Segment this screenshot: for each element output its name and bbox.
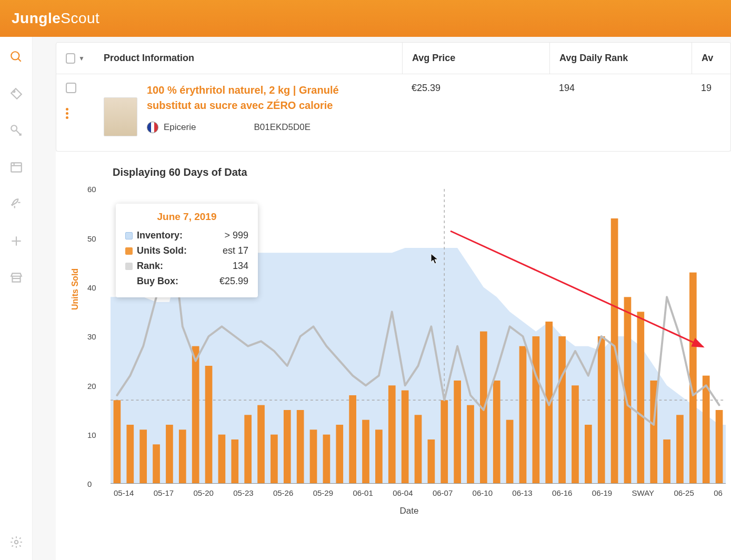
svg-rect-22 — [231, 439, 238, 484]
tooltip-buybox-label: Buy Box: — [137, 276, 178, 287]
legend-swatch-units — [125, 247, 133, 255]
svg-rect-56 — [676, 415, 684, 484]
svg-rect-13 — [114, 400, 121, 484]
svg-rect-32 — [362, 420, 369, 484]
product-table: ▼ Product Information Avg Price Avg Dail… — [56, 42, 731, 152]
gear-icon[interactable] — [9, 535, 24, 549]
x-tick: 06-10 — [473, 488, 493, 497]
y-tick: 50 — [87, 234, 96, 243]
x-axis-ticks: 05-1405-1705-2005-2305-2605-2906-0106-04… — [111, 488, 726, 497]
tooltip-rank-label: Rank: — [137, 261, 163, 272]
x-tick: 06-19 — [592, 488, 612, 497]
svg-rect-24 — [257, 405, 265, 484]
svg-rect-57 — [689, 273, 697, 484]
row-actions-icon[interactable] — [66, 108, 68, 119]
brand-word-1: Jungle — [12, 10, 61, 26]
svg-rect-25 — [271, 435, 278, 484]
svg-rect-21 — [218, 435, 226, 484]
store-icon[interactable] — [9, 271, 24, 285]
book-icon[interactable] — [9, 160, 24, 175]
x-tick: 06-25 — [674, 488, 694, 497]
table-header-row: ▼ Product Information Avg Price Avg Dail… — [56, 43, 730, 74]
cell-extra: 19 — [692, 83, 730, 136]
x-tick: 05-20 — [193, 488, 213, 497]
svg-rect-43 — [506, 420, 514, 484]
svg-point-3 — [11, 125, 17, 131]
tooltip-rank-value: 134 — [233, 261, 248, 272]
col-extra[interactable]: Av — [692, 43, 730, 74]
tag-icon[interactable] — [9, 86, 24, 101]
chart-area[interactable]: Units Sold 0 10 20 30 40 50 60 June 7, 2… — [93, 189, 726, 484]
svg-rect-28 — [310, 429, 317, 484]
brand-logo: JungleScout — [12, 10, 99, 27]
svg-rect-36 — [415, 415, 422, 484]
keyword-icon[interactable] — [9, 123, 24, 138]
tooltip-buybox-value: €25.99 — [219, 276, 248, 287]
y-tick: 40 — [87, 283, 96, 292]
svg-rect-26 — [284, 410, 291, 484]
y-tick: 0 — [87, 479, 92, 488]
svg-rect-19 — [192, 346, 199, 484]
svg-rect-58 — [703, 376, 710, 484]
svg-rect-45 — [533, 336, 540, 484]
x-tick: 06-07 — [433, 488, 453, 497]
col-product-info[interactable]: Product Information — [94, 53, 402, 64]
cell-avg-price: €25.39 — [402, 83, 549, 136]
brand-word-2: Scout — [61, 10, 99, 26]
svg-point-10 — [14, 541, 18, 544]
x-axis-label: Date — [93, 506, 726, 516]
y-tick: 10 — [87, 431, 96, 439]
svg-rect-48 — [572, 385, 579, 484]
svg-rect-23 — [244, 415, 252, 484]
rocket-icon[interactable] — [9, 197, 24, 212]
legend-swatch-rank — [125, 263, 133, 270]
col-avg-rank[interactable]: Avg Daily Rank — [549, 43, 692, 74]
top-header: JungleScout — [0, 0, 731, 37]
product-thumbnail[interactable] — [104, 97, 137, 136]
svg-rect-38 — [440, 400, 448, 484]
svg-rect-33 — [375, 429, 383, 484]
x-tick: 05-14 — [114, 488, 134, 497]
svg-rect-18 — [179, 429, 186, 484]
y-axis-label: Units Sold — [71, 268, 80, 310]
tooltip-inventory-value: > 999 — [224, 230, 248, 241]
svg-rect-16 — [153, 444, 160, 484]
svg-rect-29 — [323, 435, 331, 484]
x-tick: 06 — [714, 488, 723, 497]
svg-rect-59 — [716, 410, 723, 484]
svg-rect-55 — [663, 439, 670, 484]
row-checkbox[interactable] — [66, 83, 76, 93]
x-tick: 05-29 — [313, 488, 333, 497]
col-avg-price[interactable]: Avg Price — [402, 43, 549, 74]
product-asin: B01EKD5D0E — [254, 122, 311, 133]
svg-rect-27 — [297, 410, 304, 484]
product-category: Epicerie — [164, 122, 196, 133]
plus-icon[interactable] — [9, 234, 24, 248]
svg-rect-17 — [166, 425, 173, 484]
svg-rect-37 — [428, 439, 435, 484]
svg-rect-53 — [637, 312, 644, 484]
svg-rect-47 — [558, 336, 566, 484]
svg-rect-49 — [585, 425, 592, 484]
y-tick: 20 — [87, 381, 96, 390]
svg-rect-42 — [493, 381, 500, 484]
svg-point-0 — [11, 52, 19, 59]
tooltip-inventory-label: Inventory: — [137, 230, 183, 241]
x-tick: SWAY — [632, 488, 655, 497]
chart-panel: Displaying 60 Days of Data Units Sold 0 … — [56, 152, 731, 560]
chevron-down-icon[interactable]: ▼ — [78, 55, 85, 62]
svg-point-2 — [13, 91, 15, 92]
svg-rect-34 — [388, 385, 396, 484]
tooltip-units-label: Units Sold: — [137, 245, 187, 256]
tooltip-date: June 7, 2019 — [125, 211, 248, 223]
svg-line-1 — [18, 58, 21, 61]
search-icon[interactable] — [9, 49, 24, 64]
y-tick: 60 — [87, 185, 96, 194]
table-row: 100 % érythritol naturel, 2 kg | Granulé… — [56, 74, 730, 151]
product-title-link[interactable]: 100 % érythritol naturel, 2 kg | Granulé… — [147, 83, 378, 113]
svg-rect-35 — [402, 391, 409, 484]
svg-rect-50 — [598, 336, 605, 484]
svg-rect-39 — [454, 381, 461, 484]
x-tick: 05-23 — [233, 488, 253, 497]
select-all-checkbox[interactable] — [66, 53, 75, 64]
